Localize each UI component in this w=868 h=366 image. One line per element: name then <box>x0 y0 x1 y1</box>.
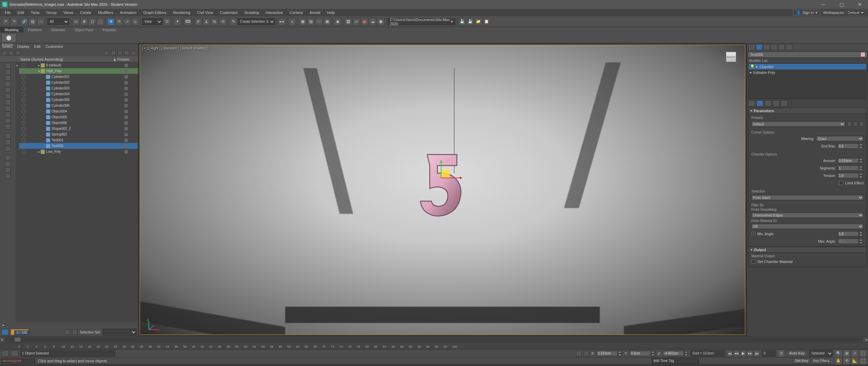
lightbulb-icon[interactable]: 💡 <box>750 64 755 69</box>
menu-group[interactable]: Group <box>43 11 60 15</box>
save-scene-button[interactable]: 💾 <box>458 18 466 25</box>
add-time-tag-field[interactable]: Add Time Tag <box>652 358 699 364</box>
viewcube-face[interactable]: RIGHT <box>726 52 736 62</box>
amount-spinner[interactable]: ▲▼ <box>838 158 864 163</box>
freeze-toggle-icon[interactable] <box>27 98 31 102</box>
endbias-spinner[interactable]: ▲▼ <box>838 143 864 149</box>
fetch-button[interactable]: 📁 <box>475 18 482 25</box>
preset-delete-icon[interactable] <box>860 122 864 126</box>
zoom-button[interactable]: 🔍 <box>835 350 842 357</box>
frozen-column-icon[interactable] <box>124 104 128 107</box>
object-name-field[interactable]: Text006 <box>748 52 867 58</box>
menu-customize[interactable]: Customize <box>217 11 241 15</box>
time-slider[interactable]: ◂ 0 / 100 ▸ <box>0 336 868 342</box>
show-end-result-button[interactable] <box>756 100 763 106</box>
filter-all-icon[interactable] <box>5 140 11 145</box>
frozen-column-icon[interactable] <box>124 81 128 84</box>
auto-key-button[interactable]: Auto Key <box>787 351 807 356</box>
selection-combo[interactable]: From Stack <box>751 195 864 200</box>
menu-graph-editors[interactable]: Graph Editors <box>140 11 170 15</box>
named-selection-combo[interactable]: Create Selection Se <box>238 18 275 25</box>
prev-frame-button[interactable]: ◂◂ <box>733 350 739 357</box>
workspace-combo[interactable]: Default <box>846 10 865 15</box>
ribbon-tab-populate[interactable]: Populate <box>98 27 121 33</box>
render-setup-button[interactable]: 🖼 <box>344 18 352 25</box>
mitering-combo[interactable]: Quad <box>816 136 864 141</box>
explorer-view-1-icon[interactable] <box>104 50 109 55</box>
menu-civil-view[interactable]: Civil View <box>194 11 216 15</box>
maximize-viewport-button[interactable]: ⛶ <box>859 357 867 365</box>
next-frame-button[interactable]: ▸▸ <box>747 350 753 357</box>
explorer-expand-icon[interactable]: ▸ <box>3 323 4 327</box>
render-in-cloud-button[interactable]: ☁ <box>369 18 376 25</box>
timeline-prev-icon[interactable]: ◂ <box>0 338 3 341</box>
expand-toggle-icon[interactable]: ▾ <box>37 69 41 73</box>
freeze-toggle-icon[interactable] <box>27 139 31 142</box>
maxscript-editor-button[interactable] <box>11 350 18 357</box>
goto-start-button[interactable]: ⏮ <box>727 350 733 357</box>
object-object004[interactable]: Object004 <box>19 108 138 114</box>
menu-rendering[interactable]: Rendering <box>170 11 194 15</box>
menu-create[interactable]: Create <box>77 11 95 15</box>
freeze-toggle-icon[interactable] <box>27 150 31 154</box>
preset-combo[interactable]: Default <box>751 121 845 127</box>
frozen-column-icon[interactable] <box>124 110 128 113</box>
play-button[interactable]: ▶ <box>740 350 746 357</box>
filter-misc-4-icon[interactable] <box>5 174 11 179</box>
set-chamfer-material-checkbox[interactable] <box>751 260 755 264</box>
layer-0-default-[interactable]: ▸0 (default) <box>19 62 138 68</box>
filter-groups-icon[interactable] <box>5 100 11 105</box>
visibility-toggle-icon[interactable] <box>22 86 26 90</box>
use-center-button[interactable]: ⊙ <box>163 18 171 25</box>
explorer-menu-display[interactable]: Display <box>17 44 29 48</box>
freeze-toggle-icon[interactable] <box>27 69 31 73</box>
layer-high-poly[interactable]: ▾High_Poly <box>19 68 138 74</box>
modifier-chamfer[interactable]: 💡 ▸ Chamfer <box>749 64 866 69</box>
visibility-toggle-icon[interactable] <box>22 75 26 79</box>
mirror-button[interactable]: ▸◂ <box>278 18 285 25</box>
close-button[interactable]: ✕ <box>854 2 866 7</box>
freeze-toggle-icon[interactable] <box>27 75 31 79</box>
freeze-toggle-icon[interactable] <box>27 121 31 125</box>
frozen-column-icon[interactable] <box>124 139 128 142</box>
freeze-toggle-icon[interactable] <box>27 87 31 90</box>
time-ruler[interactable]: 0246810121416182022242628303234363840424… <box>0 342 868 349</box>
frozen-column-icon[interactable] <box>124 116 128 119</box>
visibility-toggle-icon[interactable] <box>22 81 26 85</box>
object-cylinder006[interactable]: Cylinder006 <box>19 103 138 108</box>
filter-misc-3-icon[interactable] <box>5 167 11 173</box>
tension-spinner[interactable]: ▲▼ <box>838 173 864 178</box>
menu-edit[interactable]: Edit <box>14 11 27 15</box>
text006-object[interactable] <box>417 146 468 227</box>
pin-stack-button[interactable] <box>748 100 755 106</box>
ribbon-tab-modeling[interactable]: Modeling <box>0 27 23 33</box>
segments-spinner[interactable]: ▲▼ <box>838 165 864 171</box>
menu-help[interactable]: Help <box>324 11 338 15</box>
coord-y-spinner[interactable]: ▲▼ <box>630 351 656 356</box>
link-button[interactable]: 🔗 <box>21 18 28 25</box>
frozen-column-icon[interactable] <box>124 64 128 67</box>
explorer-column-header[interactable]: Name (Sorted Ascending) ▲ Frozen <box>0 56 138 62</box>
visibility-toggle-icon[interactable] <box>22 127 26 131</box>
coord-x-spinner[interactable]: ▲▼ <box>597 351 623 356</box>
explorer-menu-customize[interactable]: Customize <box>45 44 63 48</box>
filter-geometry-icon[interactable] <box>5 63 11 68</box>
viewcube[interactable]: RIGHT <box>721 48 741 67</box>
tab-display[interactable] <box>778 44 785 50</box>
snap-toggle-button[interactable]: 3º <box>195 18 202 25</box>
window-crossing-button[interactable]: ⬚ <box>97 18 104 25</box>
frozen-column-icon[interactable] <box>124 127 128 130</box>
tab-utilities[interactable] <box>786 44 792 50</box>
frozen-column-icon[interactable] <box>124 133 128 136</box>
ribbon-tab-freeform[interactable]: Freeform <box>23 27 47 33</box>
object-cylinder004[interactable]: Cylinder004 <box>19 91 138 97</box>
gizmo-xy-plane[interactable] <box>441 169 450 178</box>
explorer-view-4-icon[interactable] <box>124 50 129 55</box>
select-place-button[interactable]: ⎋ <box>132 18 139 25</box>
ribbon-tab-selection[interactable]: Selection <box>46 27 70 33</box>
filter-helpers-icon[interactable] <box>5 87 11 93</box>
menu-scripting[interactable]: Scripting <box>241 11 262 15</box>
viewport-label[interactable]: [ + ] [ Right ] [ Standard ] [ Default S… <box>142 46 208 50</box>
edit-named-selection-button[interactable]: ✎ <box>230 18 237 25</box>
menu-interactive[interactable]: Interactive <box>262 11 287 15</box>
